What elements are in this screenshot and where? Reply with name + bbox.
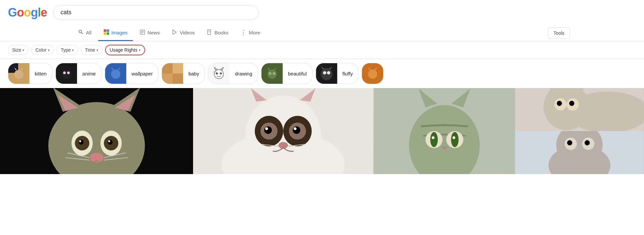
chip-beautiful[interactable]: beautiful: [261, 63, 312, 84]
svg-rect-9: [208, 29, 211, 34]
chip-fluffy-img: [316, 63, 337, 84]
chevron-down-icon: ▾: [22, 48, 24, 52]
nav-item-videos-label: Videos: [180, 30, 195, 35]
chip-orange[interactable]: [362, 63, 383, 84]
chip-fluffy-label: fluffy: [337, 71, 358, 76]
svg-point-118: [585, 140, 590, 146]
chip-wallpaper-label: wallpaper: [126, 71, 158, 76]
svg-point-18: [62, 70, 71, 79]
search-input[interactable]: cats: [60, 9, 237, 16]
svg-point-44: [321, 68, 333, 80]
svg-point-41: [269, 72, 271, 75]
chip-drawing[interactable]: drawing: [208, 63, 258, 84]
google-logo[interactable]: Google: [8, 6, 47, 20]
header: Google cats: [0, 0, 644, 25]
svg-point-42: [273, 72, 275, 75]
chip-anime[interactable]: anime: [56, 63, 101, 84]
image-grid: [0, 88, 644, 174]
filter-time[interactable]: Time ▾: [81, 45, 102, 55]
chip-beautiful-img: [262, 63, 283, 84]
chevron-down-icon: ▾: [97, 48, 98, 52]
tools-button[interactable]: Tools: [548, 27, 570, 39]
svg-point-84: [293, 126, 301, 134]
svg-point-87: [279, 142, 288, 149]
svg-marker-8: [173, 30, 177, 34]
nav-item-news[interactable]: News: [134, 25, 165, 41]
all-icon: [78, 29, 84, 36]
nav-item-books[interactable]: Books: [201, 25, 234, 41]
svg-point-35: [220, 72, 222, 74]
image-4b[interactable]: [515, 131, 644, 174]
image-2[interactable]: [193, 88, 373, 174]
svg-rect-3: [106, 32, 109, 35]
chip-kitten-img: [8, 63, 29, 84]
svg-point-48: [327, 71, 330, 74]
nav-item-more[interactable]: ⋮ More: [235, 25, 265, 41]
news-icon: [140, 29, 145, 36]
dots-icon: ⋮: [240, 29, 247, 36]
image-col-1[interactable]: [0, 88, 193, 174]
filter-usage-rights-label: Usage Rights: [110, 47, 138, 53]
chip-anime-img: [56, 63, 77, 84]
filter-size[interactable]: Size ▾: [8, 45, 28, 55]
svg-point-99: [452, 136, 455, 139]
filter-color-label: Color: [35, 47, 46, 53]
chip-anime-label: anime: [77, 71, 101, 76]
nav-item-books-label: Books: [215, 30, 228, 35]
svg-point-83: [264, 126, 272, 134]
svg-point-98: [432, 136, 435, 139]
filter-row: Size ▾ Color ▾ Type ▾ Time ▾ Usage Right…: [0, 41, 644, 59]
svg-point-50: [368, 70, 377, 79]
chip-baby-label: baby: [183, 71, 205, 76]
image-4a[interactable]: [515, 88, 644, 131]
chip-kitten[interactable]: kitten: [8, 63, 52, 84]
svg-rect-28: [162, 73, 173, 84]
nav-item-more-label: More: [249, 30, 260, 35]
chip-drawing-label: drawing: [229, 71, 258, 76]
filter-type[interactable]: Type ▾: [57, 45, 78, 55]
svg-point-108: [557, 101, 562, 106]
svg-point-64: [108, 140, 113, 145]
filter-color[interactable]: Color ▾: [31, 45, 54, 55]
chip-wallpaper-img: [105, 63, 126, 84]
svg-point-97: [451, 132, 459, 147]
chip-wallpaper[interactable]: wallpaper: [105, 63, 158, 84]
svg-rect-1: [106, 29, 109, 32]
nav-item-images-label: Images: [111, 30, 128, 35]
image-col-2[interactable]: [193, 88, 373, 174]
image-col-4[interactable]: [515, 88, 644, 174]
nav-item-news-label: News: [147, 30, 160, 35]
videos-icon: [172, 29, 178, 36]
image-3[interactable]: [374, 88, 515, 174]
search-icons: [241, 10, 252, 16]
nav-bar: All Images News: [0, 25, 644, 41]
images-icon: [103, 29, 109, 36]
chip-baby[interactable]: baby: [162, 63, 205, 84]
svg-point-96: [430, 132, 438, 147]
filter-time-label: Time: [85, 47, 95, 53]
svg-rect-2: [103, 32, 106, 35]
chevron-down-icon: ▾: [48, 48, 50, 52]
svg-point-22: [67, 71, 70, 74]
svg-point-24: [111, 70, 120, 79]
svg-point-21: [63, 71, 66, 74]
chip-beautiful-label: beautiful: [283, 71, 312, 76]
image-1[interactable]: [0, 88, 193, 174]
chevron-down-icon: ▾: [139, 48, 141, 52]
chip-orange-img: [362, 63, 383, 84]
filter-usage-rights[interactable]: Usage Rights ▾: [105, 45, 145, 55]
svg-rect-30: [208, 63, 229, 84]
nav-item-all[interactable]: All: [73, 25, 97, 41]
image-col-3[interactable]: [374, 88, 515, 174]
nav-item-all-label: All: [86, 30, 92, 35]
svg-point-38: [267, 70, 277, 79]
books-icon: [207, 29, 213, 36]
chip-kitten-label: kitten: [29, 71, 52, 76]
svg-rect-29: [173, 63, 183, 73]
svg-point-66: [108, 140, 110, 142]
chip-fluffy[interactable]: fluffy: [316, 63, 358, 84]
chips-row: kitten anime wallpaper: [0, 59, 644, 88]
nav-item-images[interactable]: Images: [98, 25, 133, 41]
search-bar: cats: [54, 5, 259, 20]
nav-item-videos[interactable]: Videos: [166, 25, 200, 41]
